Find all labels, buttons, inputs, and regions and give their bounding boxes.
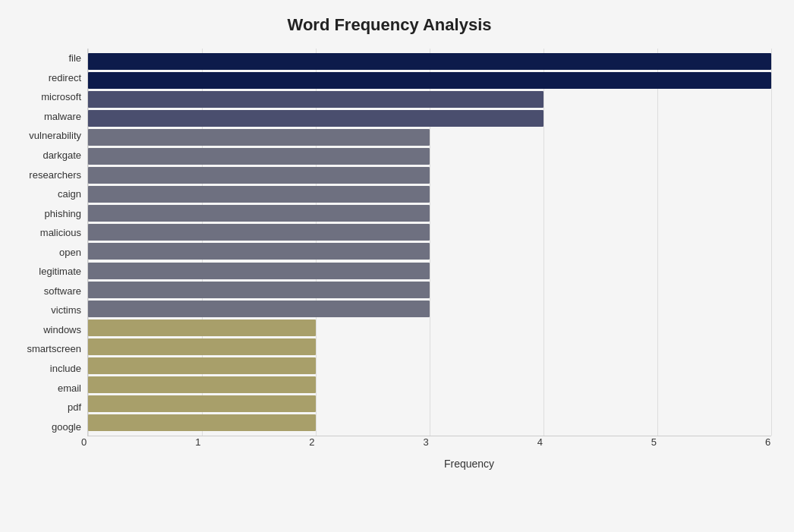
y-label-malware: malware (44, 107, 81, 127)
bar-legitimate (88, 263, 430, 279)
x-tick-1: 1 (195, 436, 200, 448)
bar-windows (88, 320, 316, 336)
bar-phishing (88, 205, 430, 222)
y-label-google: google (52, 417, 81, 436)
bar-row-software (88, 280, 771, 299)
x-tick-3: 3 (424, 436, 429, 448)
y-label-email: email (58, 378, 81, 398)
y-label-malicious: malicious (40, 223, 81, 243)
y-label-open: open (59, 242, 81, 262)
bar-row-smartscreen (88, 337, 771, 356)
bar-row-researchers (88, 166, 771, 185)
y-label-smartscreen: smartscreen (27, 339, 81, 359)
bar-row-file (88, 52, 771, 71)
chart-container: Word Frequency Analysis fileredirectmicr… (0, 0, 794, 532)
y-label-legitimate: legitimate (39, 262, 81, 282)
bar-email (88, 376, 316, 393)
bar-row-pdf (88, 395, 771, 414)
bar-row-redirect (88, 71, 771, 90)
bar-pdf (88, 395, 316, 412)
bar-row-victims (88, 299, 771, 318)
y-label-darkgate: darkgate (43, 146, 81, 165)
x-tick-6: 6 (765, 436, 770, 448)
bar-software (88, 282, 430, 298)
x-tick-2: 2 (309, 436, 314, 448)
bar-row-open (88, 242, 771, 261)
bar-victims (88, 301, 430, 317)
y-label-include: include (50, 359, 81, 379)
bar-row-windows (88, 318, 771, 337)
bar-microsoft (88, 91, 544, 108)
bar-row-microsoft (88, 90, 771, 109)
bar-caign (88, 186, 430, 203)
bar-row-include (88, 357, 771, 376)
y-label-redirect: redirect (49, 68, 81, 88)
grid-line-6 (771, 49, 772, 436)
plot-area (87, 49, 771, 436)
bar-researchers (88, 167, 430, 184)
chart-title: Word Frequency Analysis (8, 15, 771, 35)
bar-row-google (88, 414, 771, 433)
bar-smartscreen (88, 338, 316, 355)
bar-google (88, 414, 316, 431)
bar-redirect (88, 72, 771, 89)
bar-row-email (88, 376, 771, 395)
x-axis-title: Frequency (167, 458, 771, 470)
bar-row-caign (88, 185, 771, 204)
y-label-pdf: pdf (68, 398, 81, 417)
x-tick-4: 4 (537, 436, 543, 448)
chart-area: fileredirectmicrosoftmalwarevulnerabilit… (8, 49, 771, 436)
x-tick-5: 5 (651, 436, 657, 448)
y-label-caign: caign (58, 184, 81, 204)
bar-malicious (88, 224, 430, 241)
bar-vulnerability (88, 129, 430, 146)
bar-row-malicious (88, 223, 771, 242)
bar-row-vulnerability (88, 127, 771, 146)
bar-row-darkgate (88, 146, 771, 165)
x-tick-0: 0 (81, 436, 87, 448)
bar-row-phishing (88, 204, 771, 223)
y-axis: fileredirectmicrosoftmalwarevulnerabilit… (8, 49, 87, 436)
bar-malware (88, 110, 544, 127)
bar-open (88, 243, 430, 260)
bar-darkgate (88, 148, 430, 165)
y-label-phishing: phishing (45, 203, 81, 223)
bar-file (88, 53, 771, 70)
bar-include (88, 357, 316, 374)
y-label-microsoft: microsoft (41, 87, 81, 107)
bar-row-legitimate (88, 261, 771, 280)
y-label-researchers: researchers (29, 165, 81, 184)
y-label-file: file (68, 49, 81, 68)
y-label-vulnerability: vulnerability (29, 126, 81, 146)
y-label-windows: windows (43, 320, 81, 340)
bar-row-malware (88, 109, 771, 127)
y-label-software: software (44, 282, 81, 301)
y-label-victims: victims (51, 301, 81, 320)
